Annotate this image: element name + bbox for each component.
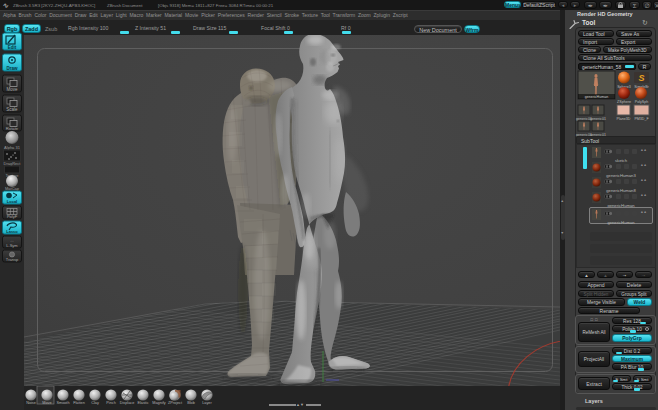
svg-text:Layer: Layer <box>202 401 212 405</box>
svg-text:Elastic: Elastic <box>137 401 148 405</box>
svg-text:S: S <box>638 73 644 83</box>
svg-text:L.Sym: L.Sym <box>6 243 18 248</box>
svg-text:Lasso: Lasso <box>6 229 18 234</box>
svg-text:Scale: Scale <box>6 107 18 112</box>
svg-text:Transp: Transp <box>6 257 19 262</box>
svg-text:Edit: Edit <box>8 45 17 50</box>
svg-text:PM3D_F: PM3D_F <box>634 117 649 121</box>
svg-text:Pinch: Pinch <box>106 401 116 405</box>
svg-text:Alpha 31: Alpha 31 <box>4 145 21 150</box>
svg-text:DragRect: DragRect <box>4 161 22 166</box>
svg-text:Magnify: Magnify <box>152 401 165 405</box>
svg-text:ZProject: ZProject <box>168 401 183 405</box>
svg-text:ZSphere: ZSphere <box>617 100 631 104</box>
svg-text:Draw: Draw <box>6 66 18 71</box>
svg-text:Clay: Clay <box>91 401 99 405</box>
svg-text:Rotate: Rotate <box>6 126 19 131</box>
svg-text:genericHuman: genericHuman <box>585 95 608 99</box>
svg-text:Move: Move <box>6 87 18 92</box>
svg-text:Noise: Noise <box>26 401 36 405</box>
svg-text:Displace: Displace <box>120 401 135 405</box>
svg-text:PolyF: PolyF <box>7 214 18 219</box>
svg-text:Blob: Blob <box>187 401 195 405</box>
svg-text:generic01: generic01 <box>590 117 606 121</box>
svg-text:Smooth: Smooth <box>56 401 69 405</box>
svg-text:MatCap: MatCap <box>5 186 20 191</box>
svg-text:Local: Local <box>7 199 17 204</box>
svg-text:Move: Move <box>42 401 51 405</box>
svg-text:PolySph: PolySph <box>635 100 648 104</box>
svg-text:Flatten: Flatten <box>73 401 85 405</box>
svg-text:Plane3D: Plane3D <box>617 117 631 121</box>
